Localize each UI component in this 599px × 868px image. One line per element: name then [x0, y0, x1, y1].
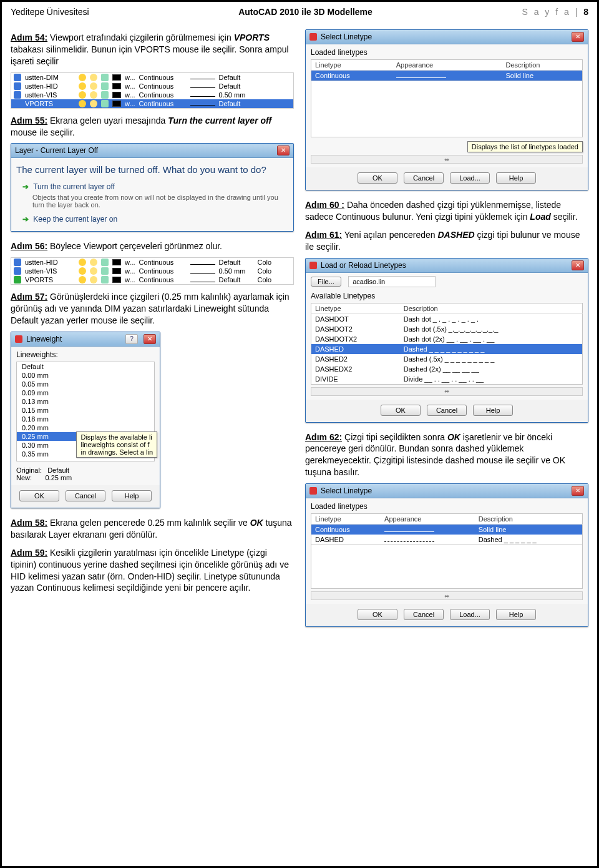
linetype-table[interactable]: Linetype Appearance Description Continuo…: [311, 59, 583, 81]
available-linetypes-table[interactable]: Linetype Description DASHDOTDash dot _ .…: [311, 303, 583, 385]
list-item[interactable]: 0.20 mm: [17, 423, 154, 432]
linetype-cell[interactable]: Continuous: [139, 91, 187, 99]
opt-keep-on[interactable]: ➔ Keep the current layer on: [22, 215, 288, 224]
bulb-icon[interactable]: [79, 82, 86, 90]
linetype-table[interactable]: Linetype Appearance Description Continuo…: [311, 513, 583, 545]
bulb-icon[interactable]: [79, 91, 86, 99]
layer-row[interactable]: ustten-DIMw...ContinuousDefault: [11, 73, 293, 82]
table-row[interactable]: DIVIDEDivide __ . . __ . . __ . . __: [311, 374, 583, 385]
lock-icon[interactable]: [101, 276, 109, 284]
line-icon: [190, 264, 215, 265]
linetype-cell[interactable]: Continuous: [139, 74, 187, 81]
sun-icon[interactable]: [90, 74, 97, 81]
bulb-icon[interactable]: [79, 276, 86, 284]
color-swatch[interactable]: [112, 259, 121, 265]
help-icon[interactable]: ?: [125, 334, 138, 344]
bulb-icon[interactable]: [79, 259, 86, 266]
linetype-cell[interactable]: Continuous: [139, 82, 187, 90]
list-item[interactable]: 0.13 mm: [17, 397, 154, 406]
linetype-cell[interactable]: Continuous: [139, 259, 187, 266]
table-row[interactable]: DASHED Dashed _ _ _ _ _ _: [311, 535, 583, 545]
help-button[interactable]: Help: [473, 405, 513, 416]
ok-button[interactable]: OK: [19, 490, 59, 501]
cancel-button[interactable]: Cancel: [404, 609, 444, 620]
linetype-cell[interactable]: Continuous: [139, 100, 187, 107]
file-field[interactable]: acadiso.lin: [348, 276, 436, 287]
bulb-icon[interactable]: [79, 74, 86, 81]
lock-icon[interactable]: [101, 259, 109, 266]
list-item[interactable]: Default: [17, 362, 154, 371]
close-icon[interactable]: ✕: [144, 334, 156, 344]
linetype-cell[interactable]: Continuous: [139, 276, 187, 284]
layer-row[interactable]: ustten-HIDw...ContinuousDefaultColo: [11, 258, 293, 267]
list-item[interactable]: 0.00 mm: [17, 371, 154, 380]
color-swatch[interactable]: [112, 277, 121, 283]
bulb-icon[interactable]: [79, 267, 86, 275]
color-swatch[interactable]: [112, 92, 121, 98]
sun-icon[interactable]: [90, 267, 97, 275]
linetype-cell[interactable]: Continuous: [139, 267, 187, 275]
opt-turn-off[interactable]: ➔ Turn the current layer off: [22, 182, 288, 191]
lineweight-cell[interactable]: Default: [219, 82, 241, 90]
lineweight-cell[interactable]: 0.50 mm: [219, 91, 246, 99]
close-icon[interactable]: ✕: [572, 260, 584, 270]
scrollbar[interactable]: ⬌: [311, 155, 583, 164]
table-row[interactable]: Continuous Solid line: [311, 71, 583, 81]
ok-button[interactable]: OK: [381, 405, 421, 416]
load-button[interactable]: Load...: [450, 609, 490, 620]
color-swatch[interactable]: [112, 83, 121, 89]
scrollbar[interactable]: ⬌: [311, 387, 583, 396]
file-button[interactable]: File...: [311, 277, 341, 287]
layer-row[interactable]: VPORTSw...ContinuousDefault: [11, 99, 293, 108]
ok-button[interactable]: OK: [358, 609, 397, 620]
table-row[interactable]: Continuous Solid line: [311, 525, 583, 535]
table-row[interactable]: DASHEDX2Dashed (2x) __ __ __ __: [311, 364, 583, 374]
lock-icon[interactable]: [101, 100, 109, 107]
list-item[interactable]: 0.18 mm: [17, 415, 154, 423]
sun-icon[interactable]: [90, 276, 97, 284]
sun-icon[interactable]: [90, 100, 97, 107]
close-icon[interactable]: ✕: [572, 486, 584, 496]
help-button[interactable]: Help: [112, 490, 152, 501]
lock-icon[interactable]: [101, 91, 109, 99]
color-swatch[interactable]: [112, 74, 121, 81]
sun-icon[interactable]: [90, 91, 97, 99]
layer-name: ustten-HID: [25, 259, 75, 266]
sun-icon[interactable]: [90, 82, 97, 90]
color-swatch[interactable]: [112, 268, 121, 274]
lock-icon[interactable]: [101, 74, 109, 81]
close-icon[interactable]: ✕: [572, 32, 584, 42]
color-swatch[interactable]: [112, 101, 121, 107]
lock-icon[interactable]: [101, 267, 109, 275]
layer-row[interactable]: ustten-VISw...Continuous0.50 mm: [11, 91, 293, 99]
scrollbar[interactable]: ⬌: [311, 591, 583, 600]
app-icon: [309, 262, 317, 269]
lineweight-cell[interactable]: 0.50 mm: [219, 267, 254, 275]
help-button[interactable]: Help: [496, 609, 536, 620]
layer-row[interactable]: ustten-VISw...Continuous0.50 mmColo: [11, 267, 293, 275]
close-icon[interactable]: ✕: [277, 145, 290, 155]
help-button[interactable]: Help: [496, 172, 536, 184]
lock-icon[interactable]: [101, 82, 109, 90]
table-row[interactable]: DASHDOTX2Dash dot (2x) __ . __ . __ . __: [311, 334, 583, 344]
table-row[interactable]: DASHED2Dashed (.5x) _ _ _ _ _ _ _ _ _: [311, 354, 583, 364]
lineweight-cell[interactable]: Default: [219, 100, 241, 107]
bulb-icon[interactable]: [79, 100, 86, 107]
lineweight-cell[interactable]: Default: [219, 74, 241, 81]
layer-row[interactable]: VPORTSw...ContinuousDefaultColo: [11, 275, 293, 284]
cancel-button[interactable]: Cancel: [404, 172, 444, 184]
list-item[interactable]: 0.05 mm: [17, 380, 154, 388]
list-item[interactable]: 0.09 mm: [17, 388, 154, 397]
cancel-button[interactable]: Cancel: [66, 490, 105, 501]
lineweight-cell[interactable]: Default: [219, 259, 254, 266]
layer-row[interactable]: ustten-HIDw...ContinuousDefault: [11, 82, 293, 91]
ok-button[interactable]: OK: [358, 172, 397, 184]
table-row[interactable]: DASHDOT2Dash dot (.5x) _._._._._._._._._: [311, 324, 583, 334]
list-item[interactable]: 0.15 mm: [17, 406, 154, 415]
cancel-button[interactable]: Cancel: [427, 405, 467, 416]
lineweight-cell[interactable]: Default: [219, 276, 254, 284]
table-row[interactable]: DASHEDDashed _ _ _ _ _ _ _ _ _ _: [311, 344, 583, 354]
load-button[interactable]: Load...: [450, 172, 490, 184]
sun-icon[interactable]: [90, 259, 97, 266]
table-row[interactable]: DASHDOTDash dot _ . _ . _ . _ . _ .: [311, 313, 583, 324]
